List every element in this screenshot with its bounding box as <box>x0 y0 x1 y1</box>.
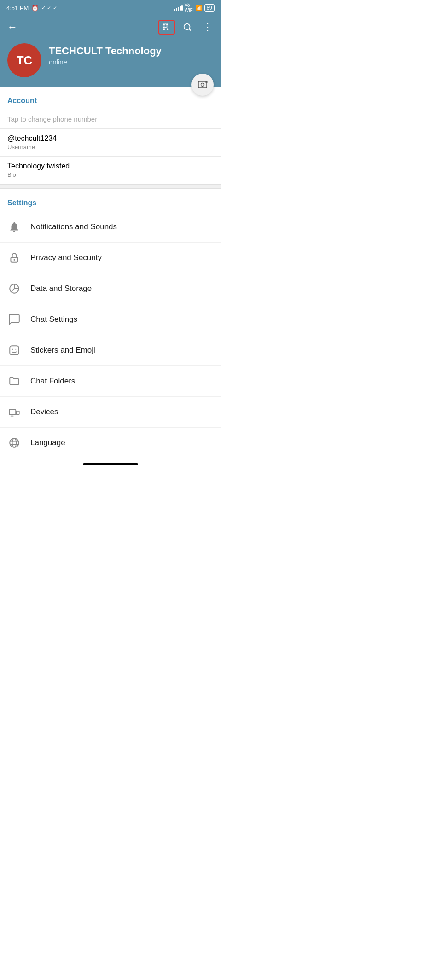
svg-rect-10 <box>167 28 168 29</box>
settings-item-language[interactable]: Language <box>0 428 221 458</box>
chat-settings-label: Chat Settings <box>30 315 77 324</box>
svg-rect-0 <box>163 24 165 25</box>
bottom-bar <box>0 458 221 470</box>
svg-point-26 <box>15 349 16 350</box>
chat-folders-label: Chat Folders <box>30 377 75 386</box>
svg-rect-27 <box>9 410 16 415</box>
alarm-icon: ⏰ <box>31 5 39 12</box>
svg-rect-7 <box>166 26 167 27</box>
more-button[interactable]: ⋮ <box>200 19 215 35</box>
devices-icon <box>7 405 21 419</box>
vo-wifi-label: VoWiFi <box>185 3 194 13</box>
bio-label: Bio <box>7 171 214 178</box>
lock-icon <box>7 251 21 265</box>
qr-icon <box>162 23 171 32</box>
svg-rect-13 <box>166 29 167 29</box>
account-section-label: Account <box>0 87 221 110</box>
search-button[interactable] <box>180 20 195 34</box>
notifications-label: Notifications and Sounds <box>30 222 117 232</box>
settings-item-data[interactable]: Data and Storage <box>0 273 221 304</box>
qr-button[interactable] <box>158 20 175 35</box>
svg-rect-11 <box>165 29 166 29</box>
username-label: Username <box>7 144 214 151</box>
svg-rect-12 <box>163 29 165 30</box>
add-photo-icon <box>197 79 208 90</box>
signal-icon <box>174 5 183 11</box>
sticker-icon <box>7 343 21 357</box>
phone-row[interactable]: Tap to change phone number <box>0 110 221 129</box>
bio-row[interactable]: Technology twisted Bio <box>0 157 221 184</box>
username-row[interactable]: @techcult1234 Username <box>0 129 221 157</box>
profile-name: TECHCULT Technology <box>49 45 214 57</box>
privacy-label: Privacy and Security <box>30 253 102 262</box>
status-bar: 4:51 PM ⏰ ✓ ✓ ✓ VoWiFi 📶 89 <box>0 0 221 16</box>
svg-rect-17 <box>198 81 207 88</box>
svg-rect-4 <box>164 26 165 27</box>
chat-icon <box>7 313 21 326</box>
wifi-icon: 📶 <box>196 5 203 11</box>
svg-point-22 <box>13 259 15 261</box>
settings-item-devices[interactable]: Devices <box>0 397 221 428</box>
phone-hint: Tap to change phone number <box>7 115 214 123</box>
svg-rect-24 <box>10 346 19 355</box>
settings-item-stickers[interactable]: Stickers and Emoji <box>0 335 221 366</box>
settings-item-privacy[interactable]: Privacy and Security <box>0 243 221 273</box>
toolbar: ← ⋮ <box>0 16 221 39</box>
content: Account Tap to change phone number @tech… <box>0 87 221 458</box>
devices-label: Devices <box>30 407 58 417</box>
svg-rect-28 <box>16 411 19 415</box>
settings-item-notifications[interactable]: Notifications and Sounds <box>0 212 221 243</box>
settings-section-label: Settings <box>0 189 221 212</box>
globe-icon <box>7 436 21 450</box>
svg-rect-14 <box>167 29 168 30</box>
svg-rect-5 <box>163 27 165 28</box>
profile-status: online <box>49 58 214 66</box>
profile-info: TECHCULT Technology online <box>49 43 214 66</box>
svg-rect-6 <box>165 27 166 28</box>
settings-item-folders[interactable]: Chat Folders <box>0 366 221 397</box>
add-photo-button[interactable] <box>191 74 214 96</box>
folder-icon <box>7 374 21 388</box>
home-indicator <box>83 463 138 465</box>
settings-item-chat[interactable]: Chat Settings <box>0 304 221 335</box>
check-icons: ✓ ✓ ✓ <box>41 5 57 11</box>
svg-rect-8 <box>167 26 168 27</box>
status-time: 4:51 PM <box>6 5 29 12</box>
stickers-label: Stickers and Emoji <box>30 346 95 355</box>
back-button[interactable]: ← <box>6 19 19 35</box>
data-storage-label: Data and Storage <box>30 284 92 293</box>
status-right: VoWiFi 📶 89 <box>174 3 215 13</box>
avatar: TC <box>7 43 41 77</box>
svg-rect-9 <box>166 27 167 28</box>
svg-line-16 <box>189 29 191 31</box>
svg-rect-1 <box>165 24 166 25</box>
username-value: @techcult1234 <box>7 134 214 143</box>
chart-icon <box>7 282 21 296</box>
battery-icon: 89 <box>204 4 215 12</box>
profile-header: TC TECHCULT Technology online <box>0 39 221 87</box>
svg-point-31 <box>12 438 17 447</box>
status-left: 4:51 PM ⏰ ✓ ✓ ✓ <box>6 5 57 12</box>
svg-point-25 <box>12 349 13 350</box>
bell-icon <box>7 220 21 234</box>
search-icon <box>182 22 192 32</box>
svg-rect-3 <box>163 26 164 27</box>
svg-point-18 <box>201 83 204 87</box>
svg-rect-2 <box>166 24 168 25</box>
svg-point-30 <box>10 438 19 447</box>
language-label: Language <box>30 438 65 447</box>
section-divider <box>0 184 221 189</box>
bio-value: Technology twisted <box>7 162 214 170</box>
